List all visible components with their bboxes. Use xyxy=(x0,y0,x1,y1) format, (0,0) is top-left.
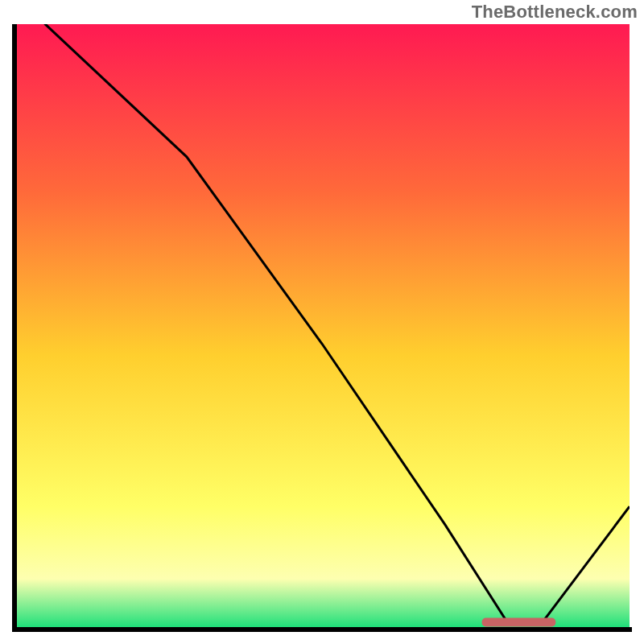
plot-background xyxy=(14,24,630,627)
chart-svg xyxy=(12,24,632,632)
plot-frame xyxy=(12,24,632,632)
optimal-range-marker xyxy=(482,618,556,627)
watermark-label: TheBottleneck.com xyxy=(472,2,638,23)
chart-stage: TheBottleneck.com xyxy=(0,0,644,644)
